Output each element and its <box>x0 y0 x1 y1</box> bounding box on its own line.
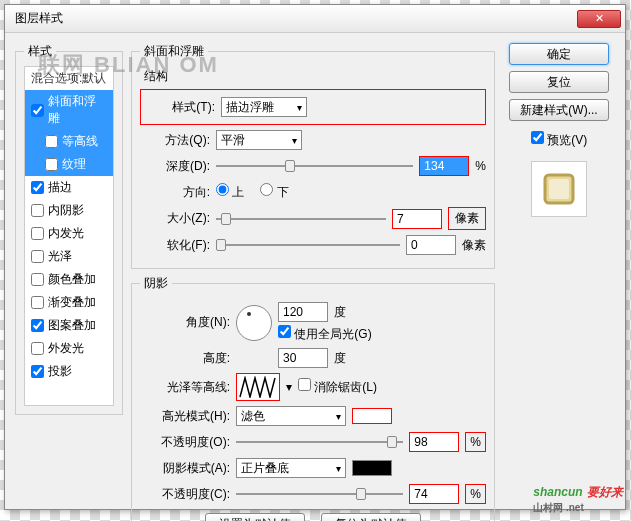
depth-slider[interactable] <box>216 158 413 174</box>
global-light[interactable]: 使用全局光(G) <box>278 325 372 343</box>
style-item-label: 内阴影 <box>48 202 84 219</box>
struct-label: 结构 <box>144 68 486 85</box>
style-item[interactable]: 等高线 <box>25 130 113 153</box>
style-checkbox[interactable] <box>31 250 44 263</box>
chevron-down-icon[interactable]: ▾ <box>286 380 292 394</box>
highlight-combo[interactable]: 滤色 <box>236 406 346 426</box>
bevel-fieldset: 斜面和浮雕 结构 样式(T): 描边浮雕 方法(Q): 平滑 深度(D): % … <box>131 43 495 269</box>
highlight-color[interactable] <box>352 408 392 424</box>
style-checkbox[interactable] <box>31 296 44 309</box>
size-input[interactable] <box>392 209 442 229</box>
style-item-label: 外发光 <box>48 340 84 357</box>
style-checkbox[interactable] <box>31 319 44 332</box>
dialog-title: 图层样式 <box>15 10 577 27</box>
style-item[interactable]: 描边 <box>25 176 113 199</box>
style-checkbox[interactable] <box>45 158 58 171</box>
style-item[interactable]: 纹理 <box>25 153 113 176</box>
direction-label: 方向: <box>140 184 210 201</box>
angle-label: 角度(N): <box>140 314 230 331</box>
style-item-label: 纹理 <box>62 156 86 173</box>
highlight-mode-label: 高光模式(H): <box>140 408 230 425</box>
style-checkbox[interactable] <box>31 273 44 286</box>
size-slider[interactable] <box>216 211 386 227</box>
style-checkbox[interactable] <box>31 204 44 217</box>
style-item-label: 等高线 <box>62 133 98 150</box>
style-item-label: 渐变叠加 <box>48 294 96 311</box>
soften-input[interactable] <box>406 235 456 255</box>
technique-label: 方法(Q): <box>140 132 210 149</box>
style-item-label: 斜面和浮雕 <box>48 93 107 127</box>
gloss-label: 光泽等高线: <box>140 379 230 396</box>
preview-thumbnail <box>531 161 587 217</box>
style-item[interactable]: 外发光 <box>25 337 113 360</box>
style-item[interactable]: 内发光 <box>25 222 113 245</box>
style-label: 样式(T): <box>145 99 215 116</box>
depth-input[interactable] <box>419 156 469 176</box>
cancel-button[interactable]: 复位 <box>509 71 609 93</box>
styles-list: 混合选项:默认 斜面和浮雕 等高线 纹理 描边 内阴影 内发光 光泽 颜色叠加 … <box>24 66 114 406</box>
style-checkbox[interactable] <box>31 181 44 194</box>
style-checkbox[interactable] <box>45 135 58 148</box>
style-item[interactable]: 光泽 <box>25 245 113 268</box>
reset-default-button[interactable]: 复位为默认值 <box>321 513 421 521</box>
style-checkbox[interactable] <box>31 104 44 117</box>
style-item-label: 颜色叠加 <box>48 271 96 288</box>
titlebar[interactable]: 图层样式 ✕ <box>5 5 625 33</box>
new-style-button[interactable]: 新建样式(W)... <box>509 99 609 121</box>
highlight-opacity-label: 不透明度(O): <box>140 434 230 451</box>
altitude-input[interactable] <box>278 348 328 368</box>
shadow-opacity-input[interactable] <box>409 484 459 504</box>
styles-legend: 样式 <box>24 43 56 60</box>
styles-fieldset: 样式 混合选项:默认 斜面和浮雕 等高线 纹理 描边 内阴影 内发光 光泽 颜色… <box>15 43 123 415</box>
technique-combo[interactable]: 平滑 <box>216 130 302 150</box>
bevel-legend: 斜面和浮雕 <box>140 43 208 60</box>
altitude-label: 高度: <box>140 350 230 367</box>
highlight-opacity-input[interactable] <box>409 432 459 452</box>
soften-label: 软化(F): <box>140 237 210 254</box>
style-item[interactable]: 图案叠加 <box>25 314 113 337</box>
style-item-label: 描边 <box>48 179 72 196</box>
size-label: 大小(Z): <box>140 210 210 227</box>
style-item-label: 内发光 <box>48 225 84 242</box>
style-combo[interactable]: 描边浮雕 <box>221 97 307 117</box>
highlight-opacity-slider[interactable] <box>236 434 403 450</box>
style-item[interactable]: 颜色叠加 <box>25 268 113 291</box>
shadow-mode-label: 阴影模式(A): <box>140 460 230 477</box>
style-checkbox[interactable] <box>31 227 44 240</box>
soften-slider[interactable] <box>216 237 400 253</box>
style-checkbox[interactable] <box>31 365 44 378</box>
shadow-color[interactable] <box>352 460 392 476</box>
gloss-contour[interactable] <box>236 373 280 401</box>
angle-input[interactable] <box>278 302 328 322</box>
blend-options[interactable]: 混合选项:默认 <box>25 67 113 90</box>
dir-up[interactable]: 上 <box>216 183 244 201</box>
shading-legend: 阴影 <box>140 275 172 292</box>
style-item-label: 投影 <box>48 363 72 380</box>
style-item[interactable]: 渐变叠加 <box>25 291 113 314</box>
make-default-button[interactable]: 设置为默认值 <box>205 513 305 521</box>
depth-label: 深度(D): <box>140 158 210 175</box>
layer-style-dialog: 图层样式 ✕ 样式 混合选项:默认 斜面和浮雕 等高线 纹理 描边 内阴影 内发… <box>4 4 626 510</box>
shadow-combo[interactable]: 正片叠底 <box>236 458 346 478</box>
shadow-opacity-label: 不透明度(C): <box>140 486 230 503</box>
style-item[interactable]: 斜面和浮雕 <box>25 90 113 130</box>
svg-rect-1 <box>549 179 569 199</box>
style-checkbox[interactable] <box>31 342 44 355</box>
dir-down[interactable]: 下 <box>260 183 288 201</box>
angle-dial[interactable] <box>236 305 272 341</box>
shadow-opacity-slider[interactable] <box>236 486 403 502</box>
shading-fieldset: 阴影 角度(N): 度 使用全局光(G) 高度: 度 光泽等高线: ▾ 消除锯齿… <box>131 275 495 521</box>
style-item-label: 图案叠加 <box>48 317 96 334</box>
close-button[interactable]: ✕ <box>577 10 621 28</box>
style-item[interactable]: 投影 <box>25 360 113 383</box>
style-item-label: 光泽 <box>48 248 72 265</box>
watermark-logo: shancun 要好来山村网 .net <box>533 482 623 515</box>
style-item[interactable]: 内阴影 <box>25 199 113 222</box>
antialias[interactable]: 消除锯齿(L) <box>298 378 377 396</box>
preview-toggle[interactable]: 预览(V) <box>531 131 587 149</box>
ok-button[interactable]: 确定 <box>509 43 609 65</box>
